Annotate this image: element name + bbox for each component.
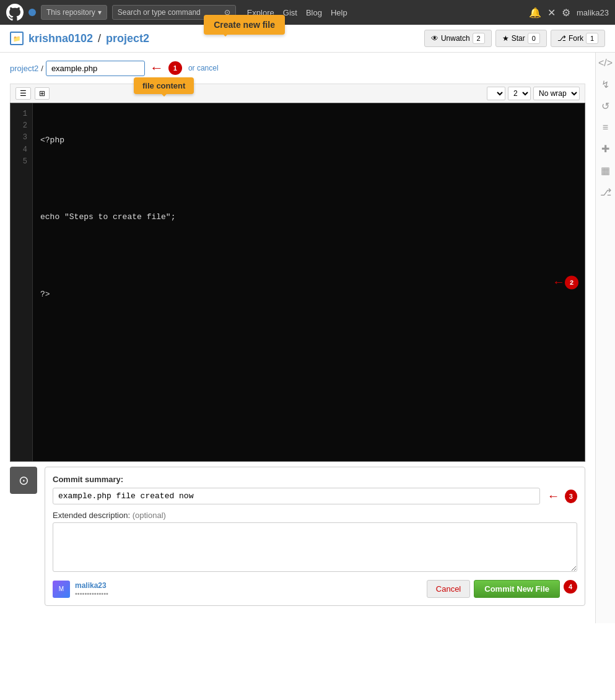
help-link[interactable]: Help (331, 8, 347, 17)
blog-link[interactable]: Blog (306, 8, 322, 17)
repo-action-buttons: 👁 Unwatch 2 ★ Star 0 ⎇ Fork 1 (424, 30, 605, 47)
cancel-button[interactable]: Cancel (427, 580, 470, 598)
line-number-3: 3 (15, 132, 27, 144)
step1-badge: 1 (168, 61, 182, 75)
user-info-block: malika23 •••••••••••••• (75, 581, 108, 597)
unwatch-label: Unwatch (441, 34, 470, 43)
code-line-3: echo "Steps to create file"; (40, 211, 577, 224)
commit-username[interactable]: malika23 (75, 581, 108, 590)
wrap-select[interactable]: No wrap (533, 87, 580, 100)
fork-button[interactable]: ⎇ Fork 1 (551, 30, 605, 47)
tools-icon[interactable]: ✕ (547, 7, 556, 19)
repo-header: 📁 krishna0102 / project2 Create new file… (0, 25, 615, 53)
nav-indicator (28, 9, 36, 16)
step2-badge: 2 (565, 275, 578, 289)
eye-icon: 👁 (431, 34, 438, 43)
repo-icon: 📁 (10, 32, 24, 45)
commit-summary-row: ← 3 (53, 488, 577, 504)
editor-toolbar: ☰ ⊞ 2 No wrap (10, 84, 585, 103)
star-count: 0 (528, 33, 540, 44)
unwatch-button[interactable]: 👁 Unwatch 2 (424, 30, 492, 47)
tooltip-arrow (162, 94, 167, 99)
or-cancel-link[interactable]: or cancel (188, 64, 219, 72)
main-layout: project2 / ← 1 or cancel file content ☰ … (0, 53, 615, 623)
commit-summary-input[interactable] (53, 488, 540, 504)
commit-footer: M malika23 •••••••••••••• Cancel Commit … (53, 580, 577, 598)
top-navigation: This repository ▾ Search or type command… (0, 0, 615, 25)
chevron-down-icon: ▾ (98, 8, 102, 17)
line-number-5: 5 (15, 156, 27, 168)
line-numbers: 1 2 3 4 5 (11, 103, 33, 461)
indent-size-select[interactable] (487, 87, 505, 100)
step3-arrow: ← (547, 489, 560, 503)
github-logo-icon[interactable] (6, 4, 24, 21)
user-menu-icon[interactable]: ⚙ (562, 7, 570, 19)
right-sidebar: </> ↯ ↺ ≡ ✚ ▦ ⎇ (595, 53, 615, 623)
file-path-bar: project2 / ← 1 or cancel (10, 60, 585, 76)
step1-arrow: ← (150, 60, 164, 76)
star-button[interactable]: ★ Star 0 (495, 30, 547, 47)
create-file-tooltip-text: Create new file (214, 20, 275, 30)
line-number-1: 1 (15, 108, 27, 120)
stats-icon[interactable]: ▦ (601, 165, 610, 176)
user-avatar: M (53, 581, 70, 598)
toolbar-right: 2 No wrap (487, 87, 580, 100)
breadcrumb-user[interactable]: krishna0102 (28, 32, 93, 45)
code-line-5: ?> (40, 288, 577, 301)
wiki-icon[interactable]: ≡ (603, 122, 608, 133)
commit-extended-desc-textarea[interactable] (53, 522, 577, 572)
step2-annotation: ← 2 (555, 275, 578, 290)
path-separator: / (41, 64, 43, 73)
extended-desc-label: Extended description: (53, 511, 130, 520)
code-editor[interactable]: 1 2 3 4 5 <?php echo "Steps to create fi… (10, 103, 585, 462)
search-placeholder: Search or type command (118, 8, 201, 17)
optional-label: (optional) (133, 511, 166, 520)
file-content-tooltip-text: file content (142, 81, 185, 90)
code-view-icon[interactable]: </> (598, 58, 613, 69)
code-line-1: <?php (40, 134, 577, 147)
breadcrumb-repo[interactable]: project2 (106, 32, 149, 45)
pulse-icon[interactable]: ↺ (601, 100, 609, 112)
commit-summary-label: Commit summary: (53, 475, 577, 484)
content-area: project2 / ← 1 or cancel file content ☰ … (0, 53, 595, 623)
toolbar-wrap-btn[interactable]: ⊞ (35, 87, 50, 100)
addons-icon[interactable]: ✚ (601, 143, 609, 155)
star-label: Star (512, 34, 525, 43)
unwatch-count: 2 (473, 33, 485, 44)
nav-right: 🔔 ✕ ⚙ malika23 (529, 7, 609, 19)
line-number-4: 4 (15, 144, 27, 156)
step3-badge: 3 (565, 490, 577, 503)
footer-buttons: Cancel Commit New File 4 (427, 580, 577, 598)
commit-section: ⊙ Commit summary: ← 3 Extended descripti… (10, 467, 585, 616)
code-content[interactable]: <?php echo "Steps to create file"; ?> (33, 103, 585, 461)
gist-link[interactable]: Gist (283, 8, 297, 17)
commit-form: Commit summary: ← 3 Extended description… (45, 467, 585, 606)
filename-input[interactable] (46, 61, 145, 76)
code-line-4 (40, 250, 577, 263)
step2-arrow: ← (555, 275, 562, 290)
tab-size-select[interactable]: 2 (508, 87, 531, 100)
target-icon: ⊙ (19, 473, 29, 488)
commit-icon: ⊙ (10, 467, 37, 494)
path-project-link[interactable]: project2 (10, 64, 38, 73)
fork-icon: ⎇ (557, 34, 566, 43)
line-number-2: 2 (15, 120, 27, 132)
fork-count: 1 (586, 33, 598, 44)
notifications-icon[interactable]: 🔔 (529, 7, 541, 19)
fork-label: Fork (569, 34, 583, 43)
breadcrumb-separator: / (98, 32, 101, 45)
commit-new-file-button[interactable]: Commit New File (474, 580, 560, 598)
repository-label: This repository (46, 8, 95, 17)
file-content-tooltip: file content (134, 77, 194, 94)
repository-dropdown-button[interactable]: This repository ▾ (41, 5, 107, 20)
star-icon: ★ (502, 34, 509, 43)
network-icon[interactable]: ↯ (601, 79, 609, 90)
create-new-file-tooltip: Create new file (204, 15, 285, 35)
step4-badge: 4 (564, 580, 577, 594)
code-line-2 (40, 173, 577, 186)
commit-desc-label: Extended description: (optional) (53, 511, 577, 520)
username-nav[interactable]: malika23 (577, 8, 609, 17)
branch-icon[interactable]: ⎇ (600, 186, 611, 198)
user-email: •••••••••••••• (75, 590, 108, 597)
toolbar-list-btn[interactable]: ☰ (15, 87, 31, 100)
